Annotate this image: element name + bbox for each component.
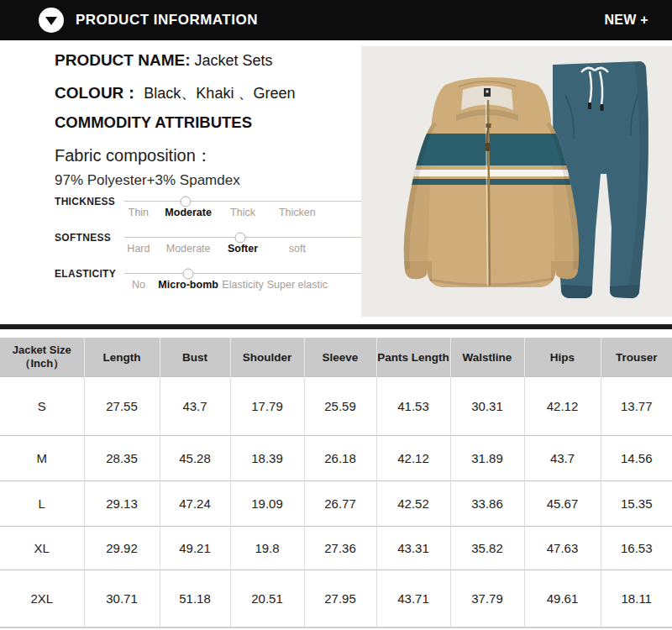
- product-name-line: PRODUCT NAME: Jacket Sets: [55, 51, 273, 70]
- table-row: S27.5543.717.7925.5941.5330.3142.1213.77: [0, 377, 672, 436]
- attribute-option: Super elastic: [267, 279, 328, 291]
- table-top-divider: [0, 324, 672, 329]
- table-cell: 29.92: [84, 527, 160, 570]
- column-header: Walstline: [450, 338, 524, 377]
- header-bar: PRODUCT INFORMATION NEW +: [0, 0, 672, 40]
- attribute-slider-knob[interactable]: [235, 232, 246, 243]
- attribute-label: THICKNESS: [55, 196, 115, 207]
- attribute-option: soft: [289, 243, 306, 255]
- table-cell: 19.09: [230, 481, 304, 527]
- table-cell: 19.8: [230, 527, 304, 570]
- column-header: Hips: [524, 338, 601, 377]
- attribute-slider-track[interactable]: [124, 273, 361, 274]
- column-header: Trouser: [601, 338, 672, 377]
- table-row: L29.1347.2419.0926.7742.5233.8645.6715.3…: [0, 481, 672, 527]
- table-cell: 29.13: [84, 481, 160, 527]
- table-cell: 17.79: [230, 377, 304, 436]
- table-cell: 43.31: [376, 527, 450, 570]
- commodity-attributes-heading: COMMODITY ATTRIBUTES: [55, 113, 252, 132]
- attribute-option: Moderate: [165, 207, 212, 218]
- column-header: Pants Length: [376, 338, 450, 377]
- attribute-option: Hard: [127, 243, 150, 255]
- product-photo: [361, 46, 672, 317]
- table-cell: 45.28: [160, 436, 230, 481]
- table-cell: 47.63: [524, 527, 601, 570]
- table-cell: 43.71: [376, 570, 450, 627]
- attribute-slider-knob[interactable]: [183, 268, 194, 279]
- triangle-down-icon: [39, 8, 64, 33]
- table-cell: 49.61: [524, 570, 601, 627]
- attribute-options: ThinModerateThickThicken: [124, 207, 361, 222]
- triangle-glyph: [45, 17, 57, 25]
- table-cell: 35.82: [450, 527, 524, 570]
- attribute-option: Moderate: [166, 243, 211, 255]
- column-header: Shoulder: [230, 338, 304, 377]
- attribute-option: Micro-bomb: [158, 279, 218, 291]
- fabric-composition-value: 97% Polyester+3% Spamdex: [55, 172, 240, 189]
- table-cell: 37.79: [450, 570, 524, 627]
- attribute-option: No: [132, 279, 145, 291]
- size-cell: 2XL: [0, 570, 84, 627]
- table-header-row: Jacket Size （Inch）LengthBustShoulderSlee…: [0, 338, 672, 377]
- column-header: Length: [84, 338, 160, 377]
- table-cell: 41.53: [376, 377, 450, 436]
- product-info-page: PRODUCT INFORMATION NEW + PRODUCT NAME: …: [0, 0, 672, 630]
- size-cell: L: [0, 481, 84, 527]
- table-cell: 42.12: [524, 377, 601, 436]
- table-cell: 30.31: [450, 377, 524, 436]
- table-cell: 45.67: [524, 481, 601, 527]
- column-header: Jacket Size （Inch）: [0, 338, 84, 377]
- colour-label: COLOUR：: [55, 84, 139, 102]
- table-cell: 14.56: [601, 436, 672, 481]
- table-cell: 30.71: [84, 570, 160, 627]
- table-cell: 43.7: [160, 377, 230, 436]
- table-bottom-divider: [0, 627, 672, 628]
- column-header: Bust: [160, 338, 230, 377]
- new-link[interactable]: NEW +: [604, 13, 648, 28]
- attribute-slider-track[interactable]: [124, 201, 361, 202]
- table-cell: 47.24: [160, 481, 230, 527]
- attribute-row-softness: SOFTNESSHardModerateSoftersoft: [55, 228, 370, 261]
- attribute-option: Softer: [228, 243, 258, 255]
- attribute-option: Thin: [129, 207, 149, 218]
- attribute-options: HardModerateSoftersoft: [124, 243, 361, 258]
- table-cell: 27.55: [84, 377, 160, 436]
- attribute-option: Thick: [230, 207, 255, 218]
- attribute-row-thickness: THICKNESSThinModerateThickThicken: [55, 192, 370, 225]
- table-cell: 16.53: [601, 527, 672, 570]
- product-illustration: [361, 46, 672, 317]
- fabric-composition-label: Fabric composition：: [55, 144, 213, 167]
- table-cell: 51.18: [160, 570, 230, 627]
- attribute-label: ELASTICITY: [55, 268, 116, 280]
- attribute-option: Elasticity: [222, 279, 263, 291]
- table-cell: 18.11: [601, 570, 672, 627]
- table-cell: 15.35: [601, 481, 672, 527]
- table-cell: 13.77: [601, 377, 672, 436]
- table-cell: 42.52: [376, 481, 450, 527]
- attribute-label: SOFTNESS: [55, 232, 111, 244]
- table-row: M28.3545.2818.3926.1842.1231.8943.714.56: [0, 436, 672, 481]
- table-cell: 27.36: [304, 527, 376, 570]
- table-cell: 31.89: [450, 436, 524, 481]
- table-cell: 43.7: [524, 436, 601, 481]
- attribute-slider-knob[interactable]: [181, 196, 192, 207]
- colour-line: COLOUR： Black、Khaki 、Green: [55, 82, 295, 104]
- attribute-row-elasticity: ELASTICITYNoMicro-bombElasticitySuper el…: [55, 264, 370, 297]
- attribute-options: NoMicro-bombElasticitySuper elastic: [124, 279, 361, 294]
- table-cell: 25.59: [304, 377, 376, 436]
- table-cell: 28.35: [84, 436, 160, 481]
- product-name-value: Jacket Sets: [195, 52, 273, 69]
- size-cell: S: [0, 377, 84, 436]
- page-title: PRODUCT INFORMATION: [76, 12, 258, 29]
- table-cell: 42.12: [376, 436, 450, 481]
- table-row: XL29.9249.2119.827.3643.3135.8247.6316.5…: [0, 527, 672, 570]
- attribute-option: Thicken: [279, 207, 316, 218]
- table-cell: 18.39: [230, 436, 304, 481]
- attribute-sliders: THICKNESSThinModerateThickThickenSOFTNES…: [55, 192, 370, 302]
- table-cell: 26.18: [304, 436, 376, 481]
- size-table: Jacket Size （Inch）LengthBustShoulderSlee…: [0, 338, 672, 627]
- table-cell: 49.21: [160, 527, 230, 570]
- table-cell: 27.95: [304, 570, 376, 627]
- column-header: Sleeve: [304, 338, 376, 377]
- table-cell: 20.51: [230, 570, 304, 627]
